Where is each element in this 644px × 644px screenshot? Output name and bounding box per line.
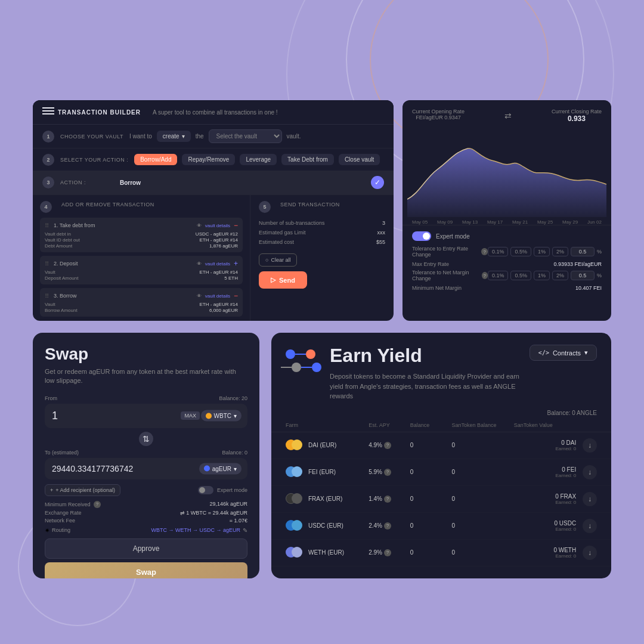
tx-3-link[interactable]: vault details xyxy=(205,293,230,299)
swap-icon[interactable]: ⇄ xyxy=(504,109,512,123)
close-vault-btn[interactable]: Close vault xyxy=(339,154,380,165)
entry-rate-05[interactable]: 0.5% xyxy=(510,247,531,256)
token-amount-4: 0 WETH xyxy=(514,547,576,553)
approve-btn[interactable]: Approve xyxy=(45,538,247,559)
margin-rate-01[interactable]: 0.1% xyxy=(488,271,509,280)
x-label-6: May 29 xyxy=(562,219,578,225)
ey-table-body: DAI (EUR) 4.9% ? 0 0 0 DAI Earned: 0 ↓ F… xyxy=(271,432,611,566)
min-received-label: Minimum Received ? xyxy=(45,501,101,508)
download-btn-3[interactable]: ↓ xyxy=(583,519,597,533)
tx-2-add-btn[interactable]: + xyxy=(234,259,238,268)
borrow-add-btn[interactable]: Borrow/Add xyxy=(134,154,177,165)
tx-1-remove-btn[interactable]: − xyxy=(234,221,238,230)
rc-x-labels: May 05 May 09 May 13 May 17 May 21 May 2… xyxy=(402,217,611,225)
apy-help-3[interactable]: ? xyxy=(384,522,391,530)
min-received-help[interactable]: ? xyxy=(94,501,101,508)
tb-add-remove: 4 ADD OR REMOVE TRANSACTION ⠿ 1. Take de… xyxy=(33,195,250,321)
x-label-1: May 09 xyxy=(437,219,453,225)
from-input-box: 1 MAX WBTC ▾ xyxy=(45,404,247,428)
margin-rate-1[interactable]: 1% xyxy=(534,271,550,280)
max-btn[interactable]: MAX xyxy=(181,411,200,420)
entry-rate-1[interactable]: 1% xyxy=(534,247,550,256)
eye-icon-3: 👁 xyxy=(197,293,202,299)
entry-rate-01[interactable]: 0.1% xyxy=(488,247,509,256)
ageur-token-btn[interactable]: agEUR ▾ xyxy=(199,463,242,474)
farm-token-4: WETH (EUR) xyxy=(286,547,369,559)
tx-item-1: ⠿ 1. Take debt from 👁 vault details − Va… xyxy=(40,218,243,252)
th-farm: Farm xyxy=(286,422,369,428)
margin-rate-2[interactable]: 2% xyxy=(552,271,568,280)
send-btn[interactable]: ▷ Send xyxy=(259,271,307,289)
step-5-number: 5 xyxy=(259,201,271,213)
tb-logo-icon xyxy=(42,107,54,117)
apy-val-1: 5.9% xyxy=(369,469,382,475)
token-amount-1: 0 FEI xyxy=(514,466,576,473)
rc-controls: Expert mode Tolerance to Entry Rate Chan… xyxy=(402,225,611,297)
tx-1-link[interactable]: vault details xyxy=(205,223,230,228)
wbtc-token-btn[interactable]: WBTC ▾ xyxy=(201,410,242,422)
farm-name-4: WETH (EUR) xyxy=(308,549,344,556)
swap-direction-btn[interactable]: ⇅ xyxy=(138,431,154,447)
num-sub-tx-val: 3 xyxy=(382,220,385,226)
repay-remove-btn[interactable]: Repay/Remove xyxy=(182,154,235,165)
clear-all-btn[interactable]: ○ Clear all xyxy=(259,253,297,267)
swap-btn[interactable]: Swap xyxy=(45,562,247,578)
routing-sun-icon: ✷ xyxy=(45,527,49,534)
tx-2-link[interactable]: vault details xyxy=(205,261,230,267)
margin-rate-05[interactable]: 0.5% xyxy=(510,271,531,280)
vault-text: vault. xyxy=(287,133,301,140)
apy-help-2[interactable]: ? xyxy=(384,496,391,503)
apy-help-4[interactable]: ? xyxy=(384,549,391,556)
san-value-cell-4: 0 WETH Earned: 0 xyxy=(514,547,576,559)
drag-handle-3[interactable]: ⠿ xyxy=(45,293,49,299)
ey-dot-blue-2 xyxy=(312,363,321,372)
san-balance-cell-1: 0 xyxy=(451,469,513,475)
take-debt-btn[interactable]: Take Debt from xyxy=(281,154,334,165)
farm-token-1: FEI (EUR) xyxy=(286,466,369,478)
tx-1-row1-val: USDC - agEUR #12 xyxy=(196,231,238,237)
entry-rate-2[interactable]: 2% xyxy=(552,247,568,256)
drag-handle-2[interactable]: ⠿ xyxy=(45,261,49,267)
farm-row-1: FEI (EUR) 5.9% ? 0 0 0 FEI Earned: 0 ↓ xyxy=(271,459,611,486)
to-balance: Balance: 0 xyxy=(222,450,247,456)
token-icon-b-3 xyxy=(292,520,302,531)
create-dropdown[interactable]: create ▾ xyxy=(157,131,191,142)
tb-header: TRANSACTION BUILDER A super tool to comb… xyxy=(33,100,394,125)
action-cell-1: ↓ xyxy=(576,465,597,479)
th-action xyxy=(576,422,597,428)
apy-help-0[interactable]: ? xyxy=(384,442,391,449)
eye-icon-1: 👁 xyxy=(197,223,202,228)
chart-area-fill xyxy=(407,148,606,217)
add-recipient-btn[interactable]: + + Add recipient (optional) xyxy=(45,484,120,496)
leverage-btn[interactable]: Leverage xyxy=(240,154,277,165)
th-balance: Balance xyxy=(410,422,452,428)
step-3: 3 ACTION : Borrow ✓ xyxy=(33,171,394,194)
expert-mode-toggle[interactable] xyxy=(412,231,431,241)
step-3-number: 3 xyxy=(42,177,54,188)
download-btn-1[interactable]: ↓ xyxy=(583,465,597,479)
tx-3-row1-label: Vault xyxy=(45,302,55,307)
help-icon-1[interactable]: ? xyxy=(481,248,488,255)
drag-handle-1[interactable]: ⠿ xyxy=(45,222,49,229)
routing-edit-icon[interactable]: ✎ xyxy=(243,527,247,534)
num-sub-tx-label: Number of sub-transactions xyxy=(259,220,325,226)
contracts-btn[interactable]: </> Contracts ▾ xyxy=(530,345,597,361)
tx-3-remove-btn[interactable]: − xyxy=(234,292,238,300)
help-icon-2[interactable]: ? xyxy=(482,272,488,279)
entry-rate-input[interactable] xyxy=(571,247,595,256)
download-btn-2[interactable]: ↓ xyxy=(583,492,597,506)
download-btn-0[interactable]: ↓ xyxy=(583,438,597,453)
apy-help-1[interactable]: ? xyxy=(384,469,391,476)
earned-label-1: Earned: 0 xyxy=(514,473,576,478)
download-btn-4[interactable]: ↓ xyxy=(583,546,597,560)
est-cost-val: $55 xyxy=(376,239,385,245)
san-balance-cell-0: 0 xyxy=(451,442,513,448)
routing-path: WBTC → WETH → USDC → agEUR xyxy=(151,527,240,533)
ey-line-1 xyxy=(295,354,306,355)
farm-row-0: DAI (EUR) 4.9% ? 0 0 0 DAI Earned: 0 ↓ xyxy=(271,432,611,459)
expert-toggle-switch[interactable] xyxy=(198,486,213,494)
transaction-builder-panel: TRANSACTION BUILDER A super tool to comb… xyxy=(33,100,394,321)
th-apy: Est. APY xyxy=(369,422,410,428)
margin-rate-input[interactable] xyxy=(571,271,595,280)
vault-select[interactable]: Select the vault xyxy=(209,129,282,143)
